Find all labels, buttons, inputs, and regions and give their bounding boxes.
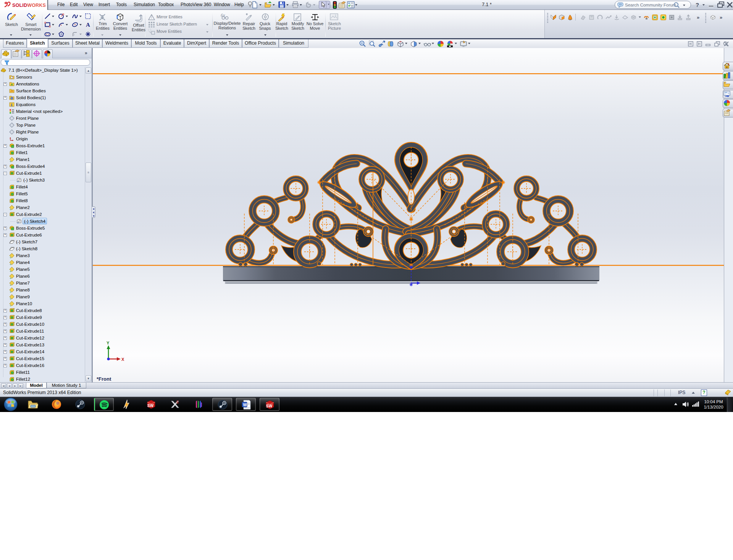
svg-text:+: +	[73, 34, 75, 36]
svg-text:A: A	[86, 22, 90, 28]
svg-text:Y: Y	[107, 341, 110, 345]
svg-text:W: W	[243, 402, 247, 407]
svg-text:X: X	[121, 357, 124, 362]
svg-text:SW: SW	[266, 404, 273, 408]
svg-text:5: 5	[176, 400, 179, 404]
svg-text:SW: SW	[147, 404, 154, 408]
svg-text:A: A	[11, 83, 13, 86]
svg-text:Σ: Σ	[11, 103, 13, 107]
svg-text:SOLIDWORKS: SOLIDWORKS	[12, 3, 46, 8]
